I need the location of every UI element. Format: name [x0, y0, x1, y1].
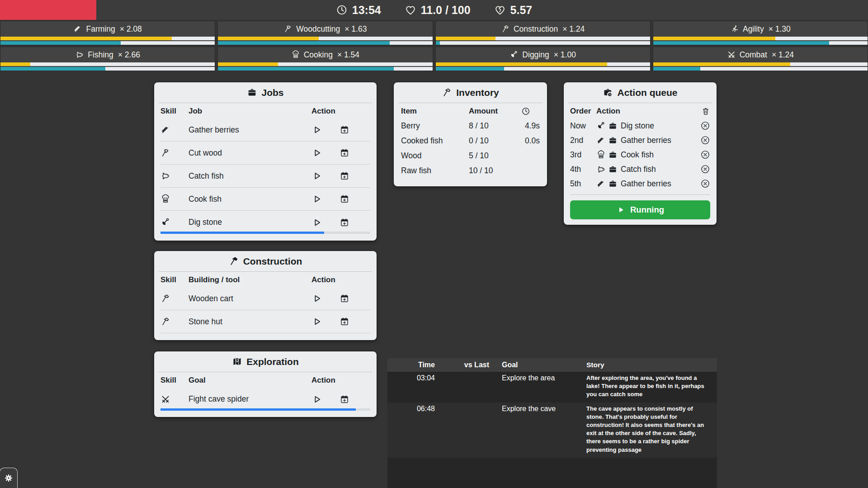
health-stat: 11.0 / 100 [405, 4, 471, 17]
start-build-button[interactable] [311, 293, 322, 304]
queue-job-button[interactable] [340, 148, 349, 158]
exploration-panel-title: Exploration [159, 351, 372, 372]
action-queue-title-text: Action queue [617, 87, 677, 98]
hammer-icon [160, 317, 170, 327]
remove-action-button[interactable] [700, 150, 710, 160]
item-name: Cooked fish [401, 136, 469, 146]
skill-multiplier: × 1.63 [344, 24, 367, 34]
briefcase-icon [608, 150, 618, 160]
health-drain-value: 5.57 [510, 4, 533, 17]
exploration-table-header: Skill Goal Action [160, 373, 370, 388]
speed-bar [218, 66, 432, 71]
start-exploration-button[interactable] [311, 394, 322, 405]
story-goal: Explore the area [496, 374, 580, 382]
runner-icon [730, 24, 739, 33]
skill-name: Combat [740, 50, 767, 60]
speed-bar-fill [0, 67, 105, 71]
briefcase-icon [608, 165, 618, 174]
xp-bar-fill [653, 37, 775, 40]
jobs-panel: Jobs Skill Job Action Gather berries Cut… [154, 82, 377, 241]
job-label: Dig stone [189, 218, 311, 227]
story-text: After exploring the area, you've found a… [580, 374, 717, 399]
job-row-cook-fish: Cook fish [160, 188, 370, 211]
top-status-bar: 13:54 11.0 / 100 5.57 [0, 0, 868, 20]
queue-order: 4th [570, 165, 596, 174]
play-icon [311, 194, 322, 204]
start-job-button[interactable] [311, 217, 322, 228]
inventory-row-raw-fish: Raw fish 10 / 10 [401, 163, 540, 178]
start-job-button[interactable] [311, 194, 322, 204]
col-action: Action [311, 376, 370, 385]
briefcase-icon [608, 121, 618, 131]
queue-build-button[interactable] [340, 294, 349, 303]
wheat-icon [596, 179, 606, 189]
xp-bar-fill [218, 37, 319, 40]
start-job-button[interactable] [311, 124, 322, 135]
fish-icon [160, 171, 170, 181]
remove-action-button[interactable] [700, 164, 710, 174]
queue-exploration-button[interactable] [340, 394, 349, 404]
play-icon [311, 124, 322, 135]
speed-bar [0, 66, 215, 71]
queue-action-label: Gather berries [621, 136, 697, 145]
speed-bar [653, 66, 868, 71]
queue-job-button[interactable] [340, 125, 349, 135]
remove-action-button[interactable] [700, 121, 710, 131]
skill-name: Construction [514, 24, 558, 34]
item-time: 0.0s [512, 136, 540, 146]
story-goal: Explore the cave [496, 405, 580, 413]
queue-job-button[interactable] [340, 194, 349, 204]
item-amount: 5 / 10 [469, 151, 512, 161]
fish-icon [75, 50, 84, 59]
skill-grid: Farming× 2.08 Woodcutting× 1.63 Construc… [0, 21, 868, 71]
item-name: Wood [401, 151, 469, 161]
settings-button[interactable] [0, 468, 18, 488]
play-icon [311, 171, 322, 181]
hammer-icon [501, 24, 510, 33]
skill-multiplier: × 2.08 [120, 24, 142, 34]
skill-name: Agility [743, 24, 764, 34]
jobs-panel-title: Jobs [159, 82, 372, 103]
fish-icon [596, 165, 606, 174]
speed-bar-fill [436, 41, 440, 45]
queue-order: 3rd [570, 150, 596, 160]
queue-order: 2nd [570, 136, 596, 145]
x-circle-icon [700, 179, 710, 189]
jobs-table-header: Skill Job Action [160, 104, 370, 118]
start-job-button[interactable] [311, 147, 322, 158]
job-label: Cook fish [189, 194, 311, 204]
wheat-icon [73, 24, 82, 33]
briefcase-icon [608, 179, 618, 189]
start-build-button[interactable] [311, 316, 322, 327]
skill-name: Cooking [304, 50, 333, 60]
queue-build-button[interactable] [340, 317, 349, 327]
queue-action-label: Dig stone [621, 121, 697, 131]
speed-bar [218, 40, 432, 45]
game-time-value: 13:54 [352, 4, 381, 17]
story-time: 03:04 [387, 374, 448, 382]
start-job-button[interactable] [311, 171, 322, 181]
xp-bar [218, 37, 432, 40]
construction-row-stone-hut: Stone hut [160, 310, 370, 333]
speed-bar [436, 40, 650, 45]
queue-job-button[interactable] [340, 171, 349, 181]
map-pin-icon [232, 356, 242, 367]
col-goal: Goal [496, 361, 580, 369]
construction-row-wooden-cart: Wooden cart [160, 287, 370, 310]
run-queue-button[interactable]: Running [570, 200, 710, 219]
col-action: Action [311, 275, 370, 284]
story-log: Time vs Last Goal Story 03:04 Explore th… [387, 358, 717, 488]
shovel-icon [160, 218, 170, 227]
skill-name: Digging [522, 50, 549, 60]
clear-queue-button[interactable] [701, 107, 710, 116]
remove-action-button[interactable] [700, 135, 710, 145]
hammer-icon [160, 294, 170, 303]
skill-multiplier: × 2.66 [118, 50, 140, 60]
queue-order: 5th [570, 179, 596, 189]
calendar-plus-icon [340, 171, 349, 181]
queue-job-button[interactable] [340, 218, 349, 227]
speed-bar [0, 40, 215, 45]
inventory-panel: Inventory Item Amount Berry 8 / 10 4.9s … [394, 82, 547, 186]
remove-action-button[interactable] [700, 179, 710, 189]
progress-bar-fill [160, 408, 356, 411]
